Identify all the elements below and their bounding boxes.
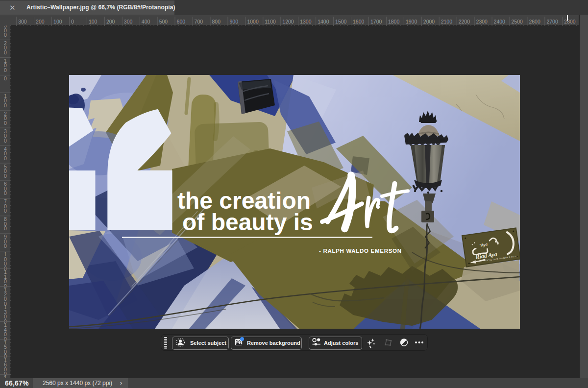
svg-text:0: 0 <box>4 75 7 81</box>
svg-text:2600: 2600 <box>529 19 540 24</box>
svg-text:600: 600 <box>177 19 186 24</box>
svg-text:2400: 2400 <box>494 19 506 24</box>
svg-text:300: 300 <box>18 19 27 24</box>
svg-text:2300: 2300 <box>476 19 488 24</box>
svg-text:2700: 2700 <box>546 19 558 24</box>
svg-text:700: 700 <box>195 19 203 24</box>
svg-text:0: 0 <box>4 102 7 108</box>
svg-text:2200: 2200 <box>459 19 470 24</box>
svg-text:of beauty is: of beauty is <box>182 209 313 235</box>
svg-text:500: 500 <box>159 19 168 24</box>
svg-text:0: 0 <box>4 243 7 249</box>
svg-text:0: 0 <box>4 208 7 214</box>
svg-text:0: 0 <box>4 173 7 179</box>
svg-text:1300: 1300 <box>300 19 312 24</box>
svg-text:200: 200 <box>106 19 115 24</box>
svg-text:0: 0 <box>4 120 7 126</box>
svg-text:1500: 1500 <box>335 19 347 24</box>
svg-text:300: 300 <box>124 19 133 24</box>
svg-text:0: 0 <box>4 138 7 144</box>
svg-text:1700: 1700 <box>370 19 382 24</box>
svg-text:200: 200 <box>36 19 45 24</box>
svg-text:1600: 1600 <box>353 19 365 24</box>
svg-text:1100: 1100 <box>265 19 276 24</box>
svg-text:1000: 1000 <box>247 19 259 24</box>
svg-text:2100: 2100 <box>441 19 453 24</box>
svg-text:2000: 2000 <box>423 19 435 24</box>
svg-text:0: 0 <box>4 49 7 55</box>
svg-text:800: 800 <box>212 19 221 24</box>
svg-text:2800: 2800 <box>564 19 576 24</box>
svg-text:1800: 1800 <box>388 19 400 24</box>
svg-text:0: 0 <box>4 155 7 161</box>
svg-text:1900: 1900 <box>406 19 417 24</box>
svg-text:100: 100 <box>89 19 98 24</box>
svg-text:0: 0 <box>71 19 74 24</box>
svg-text:400: 400 <box>142 19 150 24</box>
svg-text:1200: 1200 <box>282 19 294 24</box>
svg-text:900: 900 <box>230 19 239 24</box>
svg-text:0: 0 <box>4 225 7 231</box>
svg-text:0: 0 <box>4 67 7 73</box>
svg-text:1400: 1400 <box>318 19 329 24</box>
svg-text:100: 100 <box>53 19 62 24</box>
svg-text:0: 0 <box>4 190 7 196</box>
svg-text:- RALPH WALDO EMERSON: - RALPH WALDO EMERSON <box>319 248 402 254</box>
svg-text:2500: 2500 <box>512 19 523 24</box>
svg-text:0: 0 <box>4 32 7 38</box>
svg-text:1: 1 <box>4 375 7 378</box>
